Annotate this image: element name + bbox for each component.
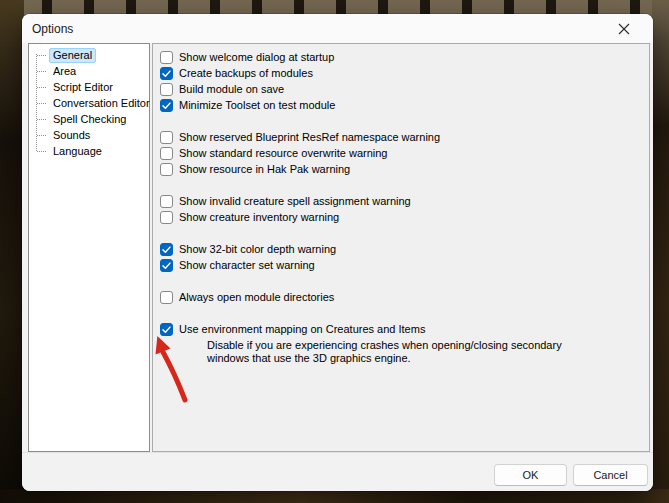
tree-item-general[interactable]: General [29, 47, 149, 63]
check-icon [161, 260, 172, 271]
category-tree: General Area Script Editor Conversation … [28, 43, 150, 452]
tree-connector [37, 119, 46, 120]
checkbox-label: Use environment mapping on Creatures and… [179, 323, 425, 336]
title-bar[interactable]: Options [22, 14, 653, 43]
cancel-button[interactable]: Cancel [573, 464, 648, 486]
option-row: Show character set warning [160, 257, 649, 273]
checkbox-label: Minimize Toolset on test module [179, 99, 335, 112]
tree-item-script-editor[interactable]: Script Editor [29, 79, 149, 95]
option-row: Show standard resource overwrite warning [160, 145, 649, 161]
check-icon [161, 100, 172, 111]
option-row: Build module on save [160, 81, 649, 97]
option-group-resource-warnings: Show reserved Blueprint ResRef namespace… [160, 129, 649, 177]
tree-item-label: Language [49, 144, 106, 159]
checkbox-hak-pak-warning[interactable] [160, 163, 173, 176]
note-line: Disable if you are experiencing crashes … [207, 339, 649, 352]
option-row: Show resource in Hak Pak warning [160, 161, 649, 177]
desktop-background-left [0, 0, 24, 503]
checkbox-character-set-warning[interactable] [160, 259, 173, 272]
tree-item-label: Spell Checking [49, 112, 130, 127]
option-group-environment-mapping: Use environment mapping on Creatures and… [160, 321, 649, 365]
checkbox-32bit-color-warning[interactable] [160, 243, 173, 256]
checkbox-label: Show character set warning [179, 259, 315, 272]
tree-item-label: Conversation Editor [49, 96, 154, 111]
close-icon [618, 23, 630, 35]
option-group-display-warnings: Show 32-bit color depth warning Show cha… [160, 241, 649, 273]
option-group-directories: Always open module directories [160, 289, 649, 305]
checkbox-label: Show welcome dialog at startup [179, 51, 334, 64]
tree-connector [37, 151, 46, 152]
tree-connector [37, 87, 46, 88]
checkbox-label: Always open module directories [179, 291, 334, 304]
checkbox-standard-overwrite-warning[interactable] [160, 147, 173, 160]
check-icon [161, 68, 172, 79]
tree-connector [37, 71, 46, 72]
check-icon [161, 324, 172, 335]
close-button[interactable] [604, 15, 644, 42]
checkbox-create-backups[interactable] [160, 67, 173, 80]
tree-connector [37, 135, 46, 136]
tree-item-label: Sounds [49, 128, 94, 143]
tree-connector [37, 103, 46, 104]
checkbox-label: Show resource in Hak Pak warning [179, 163, 350, 176]
tree-item-spell-checking[interactable]: Spell Checking [29, 111, 149, 127]
tree-item-conversation-editor[interactable]: Conversation Editor [29, 95, 149, 111]
checkbox-invalid-spell-warning[interactable] [160, 195, 173, 208]
tree-connector [37, 55, 46, 56]
option-row: Show reserved Blueprint ResRef namespace… [160, 129, 649, 145]
checkbox-always-open-module-directories[interactable] [160, 291, 173, 304]
note-line: windows that use the 3D graphics engine. [207, 352, 649, 365]
option-group-startup: Show welcome dialog at startup Create ba… [160, 49, 649, 113]
checkbox-show-welcome-dialog[interactable] [160, 51, 173, 64]
tree-item-language[interactable]: Language [29, 143, 149, 159]
check-icon [161, 244, 172, 255]
option-row: Show welcome dialog at startup [160, 49, 649, 65]
desktop-background-right [652, 0, 669, 503]
tree-item-label: General [49, 48, 96, 63]
checkbox-label: Create backups of modules [179, 67, 313, 80]
environment-mapping-note: Disable if you are experiencing crashes … [207, 339, 649, 365]
tree-item-area[interactable]: Area [29, 63, 149, 79]
option-row: Create backups of modules [160, 65, 649, 81]
checkbox-label: Show invalid creature spell assignment w… [179, 195, 411, 208]
checkbox-label: Show creature inventory warning [179, 211, 339, 224]
option-row: Always open module directories [160, 289, 649, 305]
option-group-creature-warnings: Show invalid creature spell assignment w… [160, 193, 649, 225]
option-row: Show creature inventory warning [160, 209, 649, 225]
option-row: Use environment mapping on Creatures and… [160, 321, 649, 337]
tree-item-label: Script Editor [49, 80, 117, 95]
checkbox-label: Build module on save [179, 83, 284, 96]
option-row: Show 32-bit color depth warning [160, 241, 649, 257]
checkbox-label: Show standard resource overwrite warning [179, 147, 388, 160]
option-row: Show invalid creature spell assignment w… [160, 193, 649, 209]
ok-button[interactable]: OK [494, 464, 567, 486]
tree-item-sounds[interactable]: Sounds [29, 127, 149, 143]
options-dialog: Options General Area Script Editor [22, 14, 653, 491]
checkbox-label: Show 32-bit color depth warning [179, 243, 336, 256]
checkbox-use-environment-mapping[interactable] [160, 323, 173, 336]
desktop-background-bottom [0, 489, 669, 503]
settings-panel: Show welcome dialog at startup Create ba… [152, 43, 650, 452]
option-row: Minimize Toolset on test module [160, 97, 649, 113]
checkbox-label: Show reserved Blueprint ResRef namespace… [179, 131, 440, 144]
checkbox-creature-inventory-warning[interactable] [160, 211, 173, 224]
tree-item-label: Area [49, 64, 80, 79]
dialog-title: Options [32, 22, 73, 36]
checkbox-reserved-resref-warning[interactable] [160, 131, 173, 144]
checkbox-minimize-toolset[interactable] [160, 99, 173, 112]
checkbox-build-module-on-save[interactable] [160, 83, 173, 96]
